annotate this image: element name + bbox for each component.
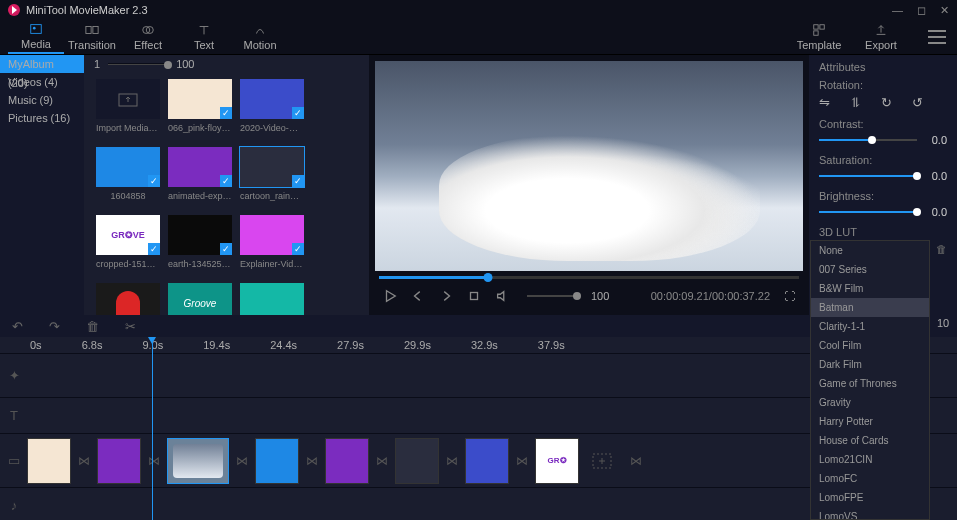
sidebar-item-pictures[interactable]: Pictures (16) bbox=[0, 109, 84, 127]
lut-option[interactable]: Cool Film bbox=[811, 336, 929, 355]
playhead[interactable] bbox=[152, 337, 153, 520]
tab-effect[interactable]: Effect bbox=[120, 21, 176, 54]
transition-slot[interactable]: ⋈ bbox=[74, 439, 94, 483]
rotate-cw-icon[interactable]: ↻ bbox=[881, 95, 892, 110]
transition-slot[interactable]: ⋈ bbox=[626, 439, 646, 483]
delete-lut-icon[interactable]: 🗑 bbox=[936, 243, 947, 255]
check-icon: ✓ bbox=[220, 243, 232, 255]
svg-rect-7 bbox=[820, 25, 824, 29]
lut-option[interactable]: Gravity bbox=[811, 393, 929, 412]
svg-rect-0 bbox=[31, 25, 42, 34]
transition-slot[interactable]: ⋈ bbox=[512, 439, 532, 483]
minimize-button[interactable]: — bbox=[892, 4, 903, 17]
timeline-clip[interactable] bbox=[98, 439, 140, 483]
play-button[interactable] bbox=[383, 289, 397, 303]
lut-option[interactable]: LomoVS bbox=[811, 507, 929, 520]
add-clip-button[interactable] bbox=[582, 439, 622, 483]
check-icon: ✓ bbox=[148, 243, 160, 255]
ruler-tick: 32.9s bbox=[471, 339, 498, 351]
lut-option[interactable]: B&W Film bbox=[811, 279, 929, 298]
maximize-button[interactable]: ◻ bbox=[917, 4, 926, 17]
svg-rect-8 bbox=[814, 31, 818, 35]
lut-option[interactable]: 007 Series bbox=[811, 260, 929, 279]
lut-label: 3D LUT bbox=[819, 226, 947, 238]
volume-icon[interactable] bbox=[495, 289, 509, 303]
brightness-value: 0.0 bbox=[923, 206, 947, 218]
tab-text[interactable]: Text bbox=[176, 21, 232, 54]
rotate-ccw-icon[interactable]: ↺ bbox=[912, 95, 923, 110]
timeline-clip[interactable] bbox=[466, 439, 508, 483]
media-label: earth-1345257_640 bbox=[168, 259, 232, 269]
close-button[interactable]: ✕ bbox=[940, 4, 949, 17]
transition-slot[interactable]: ⋈ bbox=[232, 439, 252, 483]
video-preview[interactable] bbox=[375, 61, 803, 271]
timeline-clip[interactable] bbox=[168, 439, 228, 483]
lut-option[interactable]: None bbox=[811, 241, 929, 260]
check-icon: ✓ bbox=[148, 175, 160, 187]
media-item[interactable]: Import Media Files bbox=[94, 79, 162, 141]
brightness-slider[interactable] bbox=[819, 211, 917, 213]
preview-panel: 100 00:00:09.21/00:00:37.22 ⛶ bbox=[369, 55, 809, 315]
media-item[interactable]: ✓066_pink-floyd_wish-y... bbox=[166, 79, 234, 141]
redo-button[interactable]: ↷ bbox=[49, 319, 60, 334]
flip-vertical-icon[interactable]: ⥮ bbox=[850, 95, 861, 110]
sidebar-item-videos[interactable]: Videos (4) bbox=[0, 73, 84, 91]
export-button[interactable]: Export bbox=[853, 21, 909, 54]
stop-button[interactable] bbox=[467, 289, 481, 303]
media-item[interactable]: GR✪VE✓cropped-1511941_980... bbox=[94, 215, 162, 277]
media-item[interactable] bbox=[94, 283, 162, 315]
media-sidebar: MyAlbum (20) Videos (4) Music (9) Pictur… bbox=[0, 55, 84, 315]
volume-slider[interactable] bbox=[527, 295, 577, 297]
lut-option[interactable]: LomoFC bbox=[811, 469, 929, 488]
media-item[interactable] bbox=[238, 283, 306, 315]
timeline-clip[interactable] bbox=[28, 439, 70, 483]
check-icon: ✓ bbox=[292, 243, 304, 255]
transition-slot[interactable]: ⋈ bbox=[144, 439, 164, 483]
sidebar-item-myalbum[interactable]: MyAlbum (20) bbox=[0, 55, 84, 73]
contrast-slider[interactable] bbox=[819, 139, 917, 141]
media-item[interactable]: ✓animated-explainer-bl... bbox=[166, 147, 234, 209]
lut-option[interactable]: Harry Potter bbox=[811, 412, 929, 431]
lut-option[interactable]: House of Cards bbox=[811, 431, 929, 450]
window-buttons: — ◻ ✕ bbox=[892, 4, 949, 17]
transition-slot[interactable]: ⋈ bbox=[442, 439, 462, 483]
flip-horizontal-icon[interactable]: ⇋ bbox=[819, 95, 830, 110]
effect-track-icon: ✦ bbox=[0, 368, 28, 383]
cut-button[interactable]: ✂ bbox=[125, 319, 136, 334]
timeline-clip[interactable] bbox=[396, 439, 438, 483]
lut-option[interactable]: Batman bbox=[811, 298, 929, 317]
undo-button[interactable]: ↶ bbox=[12, 319, 23, 334]
timeline-clip[interactable] bbox=[326, 439, 368, 483]
tab-transition[interactable]: Transition bbox=[64, 21, 120, 54]
next-frame-button[interactable] bbox=[439, 289, 453, 303]
lut-option[interactable]: Dark Film bbox=[811, 355, 929, 374]
media-label: 066_pink-floyd_wish-y... bbox=[168, 123, 232, 133]
lut-option[interactable]: Lomo21CIN bbox=[811, 450, 929, 469]
fullscreen-button[interactable]: ⛶ bbox=[784, 290, 795, 302]
saturation-label: Saturation: bbox=[819, 154, 947, 166]
tab-media[interactable]: Media bbox=[8, 21, 64, 54]
prev-frame-button[interactable] bbox=[411, 289, 425, 303]
template-button[interactable]: Template bbox=[791, 21, 847, 54]
lut-option[interactable]: Game of Thrones bbox=[811, 374, 929, 393]
thumb-size-slider[interactable] bbox=[108, 63, 168, 65]
delete-button[interactable]: 🗑 bbox=[86, 319, 99, 334]
timeline-clip[interactable] bbox=[256, 439, 298, 483]
media-item[interactable]: ✓1604858 bbox=[94, 147, 162, 209]
media-item[interactable]: ✓2020-Video-Marketing... bbox=[238, 79, 306, 141]
tab-motion[interactable]: Motion bbox=[232, 21, 288, 54]
timeline-clip[interactable]: GR✪ bbox=[536, 439, 578, 483]
media-item[interactable]: ✓earth-1345257_640 bbox=[166, 215, 234, 277]
scrub-bar[interactable] bbox=[375, 271, 803, 283]
sidebar-item-music[interactable]: Music (9) bbox=[0, 91, 84, 109]
lut-option[interactable]: LomoFPE bbox=[811, 488, 929, 507]
ruler-tick: 0s bbox=[30, 339, 42, 351]
media-item[interactable]: Groove bbox=[166, 283, 234, 315]
transition-slot[interactable]: ⋈ bbox=[372, 439, 392, 483]
lut-option[interactable]: Clarity-1-1 bbox=[811, 317, 929, 336]
saturation-slider[interactable] bbox=[819, 175, 917, 177]
menu-button[interactable] bbox=[925, 30, 949, 44]
transition-slot[interactable]: ⋈ bbox=[302, 439, 322, 483]
media-item[interactable]: ✓cartoon_rain_cloud-t2 bbox=[238, 147, 306, 209]
media-item[interactable]: ✓Explainer-Video-Scrip... bbox=[238, 215, 306, 277]
